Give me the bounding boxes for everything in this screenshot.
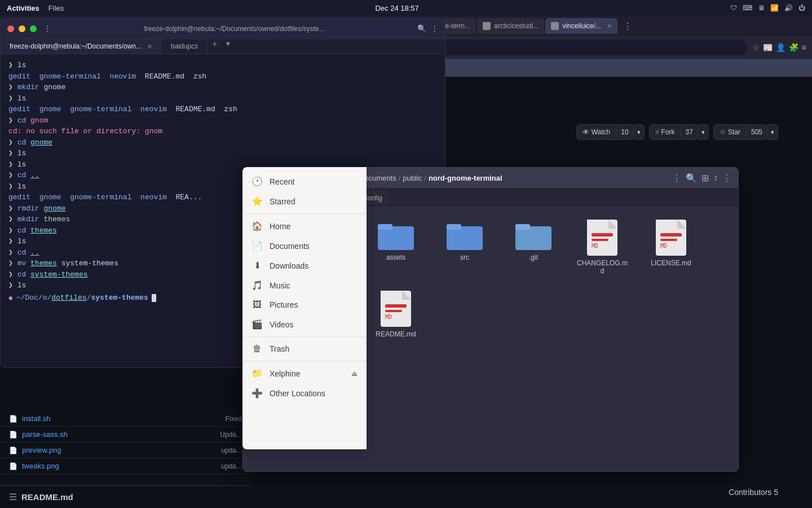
sm-trash-label: Trash — [270, 344, 358, 353]
fm-breadcrumb: 🏠 Home / Documents / public / nord-gnome… — [322, 174, 668, 182]
fm-menu-icon[interactable]: ⋮ — [672, 173, 681, 183]
file-item-preview[interactable]: 📄 preview.png upda... — [0, 443, 251, 458]
sm-item-starred[interactable]: ⭐ Starred — [242, 191, 367, 211]
terminal-tab-main-close[interactable]: ✕ — [147, 43, 152, 50]
file-item-parse[interactable]: 📄 parse-sass.sh Upda... — [0, 427, 251, 443]
sm-pictures-icon: 🖼 — [251, 300, 263, 310]
sm-xelphine-label: Xelphine — [270, 369, 345, 378]
sm-starred-label: Starred — [270, 197, 358, 206]
sm-music-label: Music — [270, 281, 358, 290]
svg-rect-4 — [515, 226, 551, 250]
terminal-menu-icon[interactable]: ⋮ — [43, 24, 51, 33]
fm-item-git[interactable]: .git — [502, 215, 564, 279]
sm-eject-icon[interactable]: ⏏ — [351, 370, 358, 378]
fm-item-src-label: src — [460, 253, 469, 261]
activities-button[interactable]: Activities — [7, 4, 39, 12]
file-item-tweaks[interactable]: 📄 tweaks.png upda... — [0, 458, 251, 474]
sm-item-pictures[interactable]: 🖼 Pictures — [242, 295, 367, 314]
sm-divider-2 — [242, 336, 367, 337]
terminal-tab-main-label: freeze-dolphin@nebula:~/Documents/own... — [10, 42, 142, 50]
tab-vinceli-close[interactable]: ✕ — [607, 23, 612, 30]
profile-icon[interactable]: 👤 — [776, 43, 785, 52]
tab-arctic[interactable]: arcticicestudi... — [477, 18, 544, 34]
watch-dropdown[interactable]: ▾ — [634, 124, 645, 140]
fm-item-src[interactable]: src — [434, 215, 496, 279]
terminal-tab-baidupcs[interactable]: baidupcs — [162, 39, 208, 54]
fm-item-assets-label: assets — [386, 253, 406, 261]
file-msg-install: Fixed — [226, 415, 242, 423]
terminal-cursor — [152, 294, 156, 302]
sm-item-videos[interactable]: 🎬 Videos — [242, 314, 367, 334]
sm-item-xelphine[interactable]: 📁 Xelphine ⏏ — [242, 364, 367, 383]
wifi-icon: 📶 — [770, 4, 779, 12]
tab-vinceli[interactable]: vinceliuice/... ✕ — [545, 18, 617, 34]
terminal-tab-baidupcs-label: baidupcs — [171, 42, 198, 50]
reader-icon[interactable]: 📰 — [763, 43, 773, 52]
file-icon-install: 📄 — [9, 415, 17, 423]
extensions-icon[interactable]: 🧩 — [789, 43, 798, 52]
watch-count[interactable]: 10 — [616, 124, 633, 140]
terminal-new-tab-button[interactable]: + — [208, 39, 222, 54]
sm-item-recent[interactable]: 🕐 Recent — [242, 172, 367, 191]
fm-folder-icon-assets — [378, 220, 414, 250]
terminal-search-icon[interactable]: 🔍 — [417, 24, 426, 33]
sm-item-downloads[interactable]: ⬇ Downloads — [242, 256, 367, 275]
datetime-display: Dec 24 18:57 — [375, 4, 418, 12]
svg-rect-10 — [592, 239, 608, 241]
star-label: Star — [728, 128, 740, 136]
fm-breadcrumb-public[interactable]: public — [403, 174, 422, 182]
sm-item-home[interactable]: 🏠 Home — [242, 216, 367, 236]
terminal-settings-icon[interactable]: ⋮ — [431, 24, 438, 33]
fm-folder-icon-src — [447, 220, 483, 250]
sm-item-documents[interactable]: 📄 Documents — [242, 236, 367, 256]
fork-button[interactable]: ⑂ Fork — [649, 124, 681, 140]
fm-item-readme-label: README.md — [376, 330, 416, 338]
terminal-minimize-button[interactable] — [19, 25, 25, 32]
watch-btn-group: 👁 Watch 10 ▾ — [576, 124, 645, 140]
watch-button[interactable]: 👁 Watch — [576, 124, 617, 140]
sm-other-label: Other Locations — [270, 389, 358, 398]
fm-breadcrumb-current[interactable]: nord-gnome-terminal — [429, 174, 502, 182]
menu-icon[interactable]: ≡ — [802, 43, 806, 52]
file-name-install: install.sh — [22, 414, 221, 423]
sm-item-music[interactable]: 🎵 Music — [242, 275, 367, 295]
tab-arctic-label: arcticicestudi... — [494, 22, 539, 30]
fm-item-readme[interactable]: MD README.md — [365, 286, 427, 343]
svg-rect-3 — [447, 224, 461, 230]
fm-file-icon-changelog: MD — [587, 220, 617, 256]
new-tab-button[interactable]: ⋮ — [623, 21, 632, 32]
fm-item-license[interactable]: MD LICENSE.md — [640, 215, 702, 279]
fm-search-icon[interactable]: 🔍 — [686, 173, 697, 183]
fm-overflow-icon[interactable]: ⋮ — [722, 173, 731, 183]
terminal-tab-menu[interactable]: ▾ — [222, 39, 235, 54]
terminal-tab-main[interactable]: freeze-dolphin@nebula:~/Documents/own...… — [1, 39, 162, 54]
power-icon[interactable]: ⏻ — [798, 4, 805, 12]
star-count[interactable]: 505 — [747, 124, 767, 140]
svg-rect-1 — [378, 224, 392, 230]
fm-sort-icon[interactable]: ↕ — [713, 173, 718, 183]
fork-count[interactable]: 37 — [681, 124, 698, 140]
fm-item-changelog[interactable]: MD CHANGELOG.md — [571, 215, 633, 279]
sm-starred-icon: ⭐ — [251, 196, 263, 207]
star-dropdown[interactable]: ▾ — [767, 124, 778, 140]
file-msg-parse: Upda... — [220, 431, 242, 439]
fm-item-assets[interactable]: assets — [365, 215, 427, 279]
svg-rect-8 — [587, 220, 608, 229]
terminal-gear-icon: ✱ — [8, 294, 13, 303]
terminal-maximize-button[interactable] — [30, 25, 37, 32]
tab-vinceli-label: vinceliuice/... — [562, 22, 601, 30]
file-item-install[interactable]: 📄 install.sh Fixed — [0, 411, 251, 427]
sm-item-trash[interactable]: 🗑 Trash — [242, 339, 367, 358]
file-name-parse: parse-sass.sh — [22, 430, 215, 439]
bookmark-star-icon[interactable]: ☆ — [752, 43, 760, 52]
fm-view-icon[interactable]: ⊞ — [701, 173, 709, 183]
sm-videos-icon: 🎬 — [251, 319, 263, 330]
sm-item-other-locations[interactable]: ➕ Other Locations — [242, 383, 367, 403]
files-button[interactable]: Files — [48, 4, 64, 12]
terminal-close-button[interactable] — [7, 25, 14, 32]
activities-bar-left: Activities Files — [7, 4, 64, 12]
fm-file-icon-license: MD — [656, 220, 686, 256]
fork-dropdown[interactable]: ▾ — [698, 124, 709, 140]
star-button[interactable]: ☆ Star — [713, 124, 747, 140]
terminal-line-7: cd: no such file or directory: gnom — [8, 126, 437, 137]
